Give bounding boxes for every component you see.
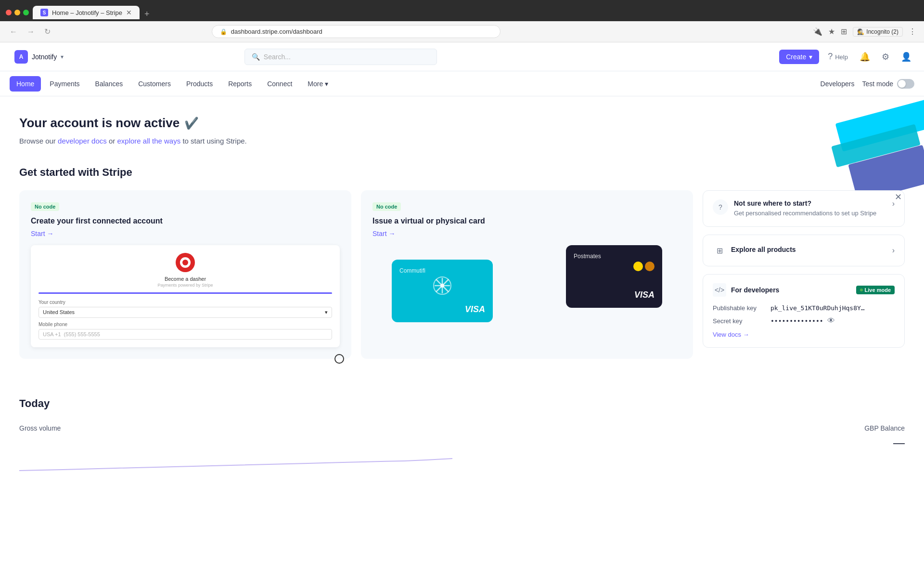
bookmark-icon[interactable]: ★ [828,27,835,36]
country-select-arrow: ▾ [325,309,328,315]
no-code-badge-1: No code [31,202,59,211]
incognito-badge[interactable]: 🕵 Incognito (2) [853,27,903,37]
help-icon: ? [828,52,833,61]
card-dots [633,262,654,271]
explore-title: Explore all products [731,246,892,253]
nav-item-reports[interactable]: Reports [221,76,258,92]
explore-ways-link[interactable]: explore all the ways [117,137,180,145]
browser-toolbar: ← → ↻ 🔒 dashboard.stripe.com/dashboard 🔌… [0,21,924,42]
back-button[interactable]: ← [8,26,19,38]
postmates-name: Postmates [574,253,654,260]
incognito-label: Incognito (2) [866,28,898,35]
test-mode-container: Test mode [862,79,914,89]
nav-item-home[interactable]: Home [10,76,41,92]
developers-link[interactable]: Developers [821,80,855,88]
lock-icon: 🔒 [220,28,227,35]
gbp-balance-card: GBP Balance — [472,424,905,475]
country-field-label: Your country [38,300,332,305]
more-chevron-icon: ▾ [325,80,328,88]
svg-point-1 [440,284,444,288]
get-started-title: Get started with Stripe [19,166,905,179]
country-value: United States [43,309,75,315]
traffic-lights [6,10,29,15]
dasher-label: Become a dasher [38,276,332,282]
publishable-key-label: Publishable key [713,304,770,312]
test-mode-toggle[interactable] [897,79,914,89]
nav-item-products[interactable]: Products [180,76,219,92]
live-dot [860,289,863,291]
metrics-grid: Gross volume GBP Balance — [19,424,905,475]
tab-title: Home – Jotnotify – Stripe [52,9,122,16]
org-selector[interactable]: A Jotnotify ▾ [10,47,68,66]
phone-field-label: Mobile phone [38,322,332,327]
nav-item-more[interactable]: More ▾ [301,76,335,92]
nav-item-balances[interactable]: Balances [89,76,130,92]
not-sure-icon: ? [713,199,728,215]
view-docs-link[interactable]: View docs → [713,331,749,338]
minimize-dot[interactable] [14,10,20,15]
browser-chrome: S Home – Jotnotify – Stripe ✕ + [0,0,924,21]
browser-tabs: S Home – Jotnotify – Stripe ✕ + [33,6,153,19]
close-dot[interactable] [6,10,12,15]
forward-button[interactable]: → [25,26,37,38]
connected-account-card: No code Create your first connected acco… [19,190,351,359]
test-mode-label: Test mode [862,80,893,88]
address-text: dashboard.stripe.com/dashboard [231,28,492,35]
publishable-key-value: pk_live_51KT0uRDuhjHqs8Y… [770,304,865,312]
reload-button[interactable]: ↻ [42,25,52,38]
connected-account-start-link[interactable]: Start → [31,230,53,237]
postmates-visa: VISA [574,290,654,300]
address-bar[interactable]: 🔒 dashboard.stripe.com/dashboard [212,25,500,38]
nav-item-connect[interactable]: Connect [260,76,299,92]
dev-title: For developers [731,286,779,294]
virtual-card-start-link[interactable]: Start → [372,230,395,237]
dev-card-header: </> For developers Live mode [713,283,895,297]
phone-code: USA +1 [43,331,61,337]
search-placeholder: Search... [264,53,291,61]
maximize-dot[interactable] [23,10,29,15]
country-select[interactable]: United States ▾ [38,307,332,318]
menu-icon[interactable]: ⋮ [909,27,916,36]
connected-account-title: Create your first connected account [31,217,340,225]
search-bar[interactable]: 🔍 Search... [244,49,437,65]
page-subtitle: Browse our developer docs or explore all… [19,135,905,147]
developer-docs-link[interactable]: developer docs [58,137,107,145]
commutifi-card: Commutifi VISA [392,260,493,322]
gross-volume-chart [19,437,452,475]
page-heading: Your account is now active ✔️ [19,116,905,131]
tab-close-button[interactable]: ✕ [126,9,132,16]
search-icon: 🔍 [252,53,260,61]
explore-products-card[interactable]: ⊞ Explore all products › [703,235,905,266]
checkmark-icon: ✔️ [184,117,199,130]
settings-button[interactable]: ⚙ [879,49,892,65]
eye-icon[interactable]: 👁 [827,316,835,325]
gbp-balance-label: GBP Balance [472,424,905,432]
active-tab[interactable]: S Home – Jotnotify – Stripe ✕ [33,6,140,19]
nav-item-payments[interactable]: Payments [43,76,86,92]
tab-group-icon[interactable]: ⊞ [841,27,847,36]
not-sure-card[interactable]: ? Not sure where to start? Get personali… [703,190,905,227]
extension-icon[interactable]: 🔌 [813,27,822,36]
dismiss-button[interactable]: ✕ [891,190,905,204]
commutifi-visa: VISA [399,304,485,315]
incognito-icon: 🕵 [857,28,864,35]
profile-button[interactable]: 👤 [898,49,914,65]
nav-right: Developers Test mode [821,79,914,89]
subtitle-suffix: to start using Stripe. [182,137,246,145]
subtitle-middle: or [109,137,117,145]
gross-volume-label: Gross volume [19,424,452,432]
powered-label: Payments powered by Stripe [38,283,332,288]
heading-text: Your account is now active [19,116,180,131]
user-icon: 👤 [901,52,911,62]
dot-orange [645,262,654,271]
nav-item-customers[interactable]: Customers [131,76,178,92]
explore-arrow-icon: › [892,246,895,255]
main-content: Your account is now active ✔️ Browse our… [0,96,924,378]
help-button[interactable]: ? Help [825,49,851,65]
create-button[interactable]: Create ▾ [779,50,819,64]
get-started-grid: No code Create your first connected acco… [19,190,905,359]
no-code-badge-2: No code [372,202,401,211]
notifications-button[interactable]: 🔔 [857,49,873,65]
secret-key-label: Secret key [713,317,770,325]
new-tab-button[interactable]: + [141,9,154,19]
